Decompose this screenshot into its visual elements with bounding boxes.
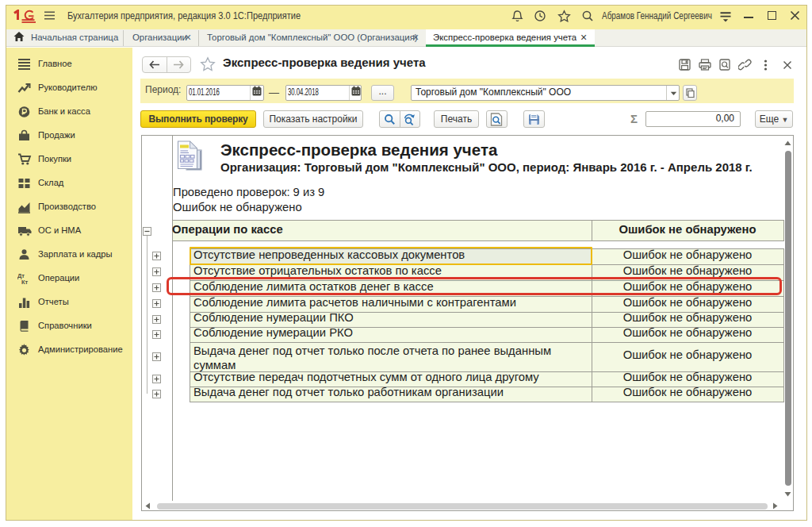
svg-text:Кт: Кт [21,279,29,285]
